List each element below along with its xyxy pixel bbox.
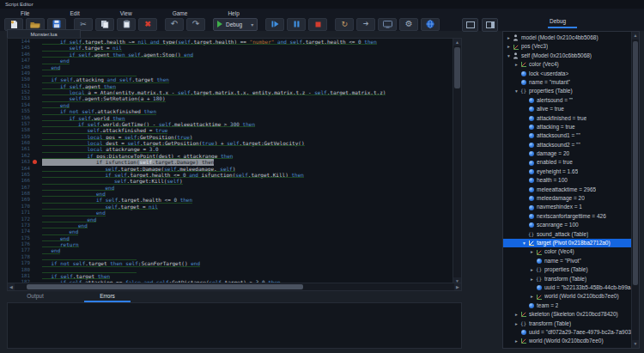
code-line[interactable]: 155if not self.attackfinished then	[8, 108, 453, 114]
debug-scroll-down-arrow[interactable]: ▼	[632, 340, 639, 348]
tree-row[interactable]: lock <userdata>	[503, 70, 632, 78]
line-number[interactable]: 164	[8, 166, 30, 172]
expand-arrow-icon[interactable]: ▸	[529, 275, 535, 283]
tree-row[interactable]: attacksound1 = ""	[503, 131, 632, 140]
code-line[interactable]: 167end	[8, 185, 453, 191]
collapse-arrow-icon[interactable]: ▾	[521, 239, 527, 247]
line-number[interactable]: 158	[8, 127, 30, 133]
scroll-up-arrow[interactable]: ▲	[453, 39, 461, 46]
tree-row[interactable]: ▸world (World 0x210bcdb7ee0)	[503, 337, 632, 345]
code-line[interactable]: 178	[8, 254, 453, 260]
line-number[interactable]: 160	[8, 140, 30, 146]
line-number[interactable]: 149	[8, 70, 30, 76]
line-number[interactable]: 162	[8, 153, 30, 159]
code-line[interactable]: 166self.target:Kill(self)	[8, 178, 453, 184]
line-number[interactable]: 153	[8, 95, 30, 101]
menu-view[interactable]: View	[120, 10, 132, 16]
code-line[interactable]: 177end	[8, 247, 453, 253]
menu-edit[interactable]: Edit	[70, 10, 79, 16]
code-line[interactable]: 176return	[8, 241, 453, 247]
code-line[interactable]: 149	[8, 70, 453, 76]
line-number[interactable]: 170	[8, 204, 30, 210]
line-number[interactable]: 156	[8, 115, 30, 121]
line-number[interactable]: 176	[8, 241, 30, 247]
code-line[interactable]: 175end	[8, 235, 453, 241]
layout-split-button[interactable]	[482, 18, 498, 32]
debug-mode-dropdown[interactable]: Debug▾	[213, 18, 258, 31]
tree-row[interactable]: nextscanfortargettime = 426	[503, 212, 632, 221]
debug-scroll-thumb[interactable]	[633, 41, 638, 285]
expand-arrow-icon[interactable]: ▸	[513, 337, 519, 345]
stop-button[interactable]	[308, 18, 327, 31]
step-into-button[interactable]: ↻	[335, 18, 354, 31]
expand-arrow-icon[interactable]: ▸	[513, 310, 519, 319]
tree-row[interactable]: eyeheight = 1.65	[503, 167, 632, 176]
expand-arrow-icon[interactable]: ▸	[529, 247, 535, 256]
line-number[interactable]: 175	[8, 235, 30, 241]
horizontal-scroll-thumb[interactable]	[27, 284, 303, 289]
vertical-scroll-thumb[interactable]	[454, 47, 460, 88]
code-line[interactable]: 153self.agent:SetRotation(a + 180)	[8, 95, 453, 101]
line-number[interactable]: 144	[8, 39, 30, 45]
line-number[interactable]: 171	[8, 210, 30, 216]
tree-row[interactable]: ▾self (Model 0x210c6bb5068)	[503, 52, 632, 60]
tree-row[interactable]: ▾target (Pivot 0x218ba2712a0)	[503, 239, 632, 247]
code-line[interactable]: 174end	[8, 228, 453, 234]
menu-help[interactable]: Help	[228, 10, 239, 16]
line-number[interactable]: 152	[8, 89, 30, 95]
code-line[interactable]: 179if not self.target then self:ScanForT…	[8, 260, 453, 266]
line-number[interactable]: 169	[8, 197, 30, 203]
line-number[interactable]: 181	[8, 273, 30, 279]
scroll-right-arrow[interactable]: ▶	[454, 283, 461, 290]
breakpoint-icon[interactable]	[33, 160, 37, 164]
line-number[interactable]: 145	[8, 45, 30, 51]
tab-errors[interactable]: Errors	[84, 291, 131, 302]
menu-file[interactable]: File	[21, 10, 29, 16]
tree-row[interactable]: ▸skeleton (Skeleton 0x210bcd78420)	[503, 310, 632, 319]
redo-button[interactable]: ↷	[186, 18, 205, 31]
settings-button[interactable]: ⚙	[399, 18, 418, 31]
code-line[interactable]: 168end	[8, 191, 453, 197]
code-line[interactable]: 154end	[8, 102, 453, 108]
tree-row[interactable]: ▸color (Vec4)	[503, 247, 632, 256]
line-number[interactable]: 163	[8, 159, 30, 165]
expand-arrow-icon[interactable]: ▸	[513, 320, 519, 328]
expand-arrow-icon[interactable]: ▸	[513, 60, 519, 69]
line-number[interactable]: 178	[8, 254, 30, 260]
code-line[interactable]: 161local attackrange = 3.0	[8, 146, 453, 152]
code-line[interactable]: 158self.attackfinished = true	[8, 127, 453, 133]
code-line[interactable]: 152local a = Atan(entity.matrix.t.x - se…	[8, 89, 453, 95]
code-line[interactable]: 147end	[8, 58, 453, 64]
line-number[interactable]: 159	[8, 134, 30, 140]
code-line[interactable]: 165if self.target.health <= 0 and isfunc…	[8, 172, 453, 178]
tree-row[interactable]: uuid = "df072a29-7aee-4979-bc2a-7a903b3b…	[503, 328, 632, 337]
code-line[interactable]: 156if self.world then	[8, 115, 453, 121]
line-number[interactable]: 146	[8, 52, 30, 58]
tree-row[interactable]: {}sound_attack (Table)	[503, 230, 632, 239]
tree-row[interactable]: ▸model (Model 0x210c4bb5068)	[503, 33, 632, 42]
tree-row[interactable]: uuid = "b22133b5-458b-44cb-b99a-7931a28c…	[503, 283, 632, 292]
code-line[interactable]: 159local pos = self:GetPosition(true)	[8, 134, 453, 140]
step-next-button[interactable]: ➔	[356, 18, 375, 31]
code-line[interactable]: 181if self.target then	[8, 273, 453, 279]
tree-row[interactable]: enabled = true	[503, 158, 632, 167]
line-number[interactable]: 148	[8, 64, 30, 70]
pause-button[interactable]	[287, 18, 306, 31]
tree-row[interactable]: meleedamage = 20	[503, 194, 632, 203]
line-number[interactable]: 180	[8, 267, 30, 273]
line-number[interactable]: 168	[8, 191, 30, 197]
debug-scrollbar[interactable]: ▲ ▼	[631, 32, 639, 348]
tab-debug[interactable]: Debug	[550, 18, 566, 24]
copy-button[interactable]	[95, 18, 114, 31]
line-number[interactable]: 177	[8, 247, 30, 253]
code-view[interactable]: 144if self.target.health ~= nil and type…	[8, 39, 453, 284]
tree-row[interactable]: attacksound2 = ""	[503, 141, 632, 149]
code-line[interactable]: 160local dest = self.target:GetPosition(…	[8, 140, 453, 146]
code-line[interactable]: 145self.target = nil	[8, 45, 453, 51]
line-number[interactable]: 150	[8, 76, 30, 82]
tree-row[interactable]: scanrange = 100	[503, 221, 632, 229]
tree-row[interactable]: ▸{}properties (Table)	[503, 265, 632, 274]
tree-row[interactable]: alertsound = ""	[503, 96, 632, 105]
editor-vertical-scrollbar[interactable]: ▲ ▼	[453, 39, 461, 284]
collapse-arrow-icon[interactable]: ▾	[506, 52, 512, 60]
